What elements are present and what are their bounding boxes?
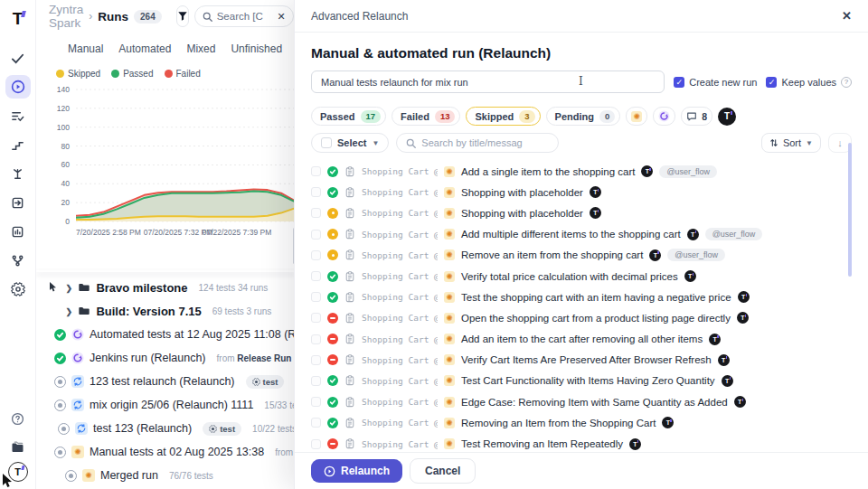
breadcrumb-page[interactable]: Runs	[98, 10, 128, 24]
row-checkbox[interactable]	[311, 418, 321, 428]
runs-icon[interactable]	[5, 75, 31, 99]
row-checkbox[interactable]	[311, 187, 321, 197]
run-row[interactable]: ✺Merged run76/76 tests	[36, 464, 297, 487]
row-checkbox[interactable]	[311, 208, 321, 218]
test-row[interactable]: Shopping Cart @...✺Test the shopping car…	[311, 287, 852, 307]
automated-filter-button[interactable]	[653, 107, 675, 126]
test-title[interactable]: Test the shopping cart with an item havi…	[461, 292, 731, 303]
reports-icon[interactable]	[5, 220, 31, 243]
milestone-row[interactable]: ❯Bravo milestone124 tests 34 runs	[36, 276, 297, 299]
run-row[interactable]: Automated tests at 12 Aug 2025 11:08 (Re…	[36, 323, 297, 346]
projects-icon[interactable]	[5, 436, 31, 459]
manual-filter-button[interactable]: ✺	[626, 107, 647, 126]
chevron-right-icon[interactable]: ❯	[65, 283, 72, 292]
filter-passed[interactable]: Passed17	[311, 107, 386, 126]
test-row[interactable]: Shopping Cart @...✺Edge Case: Removing I…	[311, 391, 852, 412]
cancel-button[interactable]: Cancel	[410, 458, 476, 484]
run-name-input[interactable]: Manual tests relaunch for mix run I	[311, 71, 665, 93]
test-title[interactable]: Add a single item to the shopping cart	[461, 166, 635, 177]
row-checkbox[interactable]	[311, 376, 321, 386]
row-checkbox[interactable]	[311, 355, 321, 365]
test-row[interactable]: Shopping Cart @...✺Shopping with placeho…	[311, 202, 852, 223]
chevron-right-icon[interactable]: ❯	[65, 306, 72, 315]
test-title[interactable]: Add an item to the cart after removing a…	[461, 334, 703, 344]
plans-icon[interactable]	[5, 104, 31, 127]
branches-icon[interactable]	[5, 249, 31, 272]
test-title[interactable]: Remove an item from the shopping cart	[461, 249, 643, 260]
test-row[interactable]: Shopping Cart @...✺Add multiple differen…	[311, 224, 852, 245]
tab-manual[interactable]: Manual	[68, 42, 103, 55]
test-row[interactable]: Shopping Cart @...✺Verify Cart Items Are…	[311, 350, 852, 371]
row-checkbox[interactable]	[311, 250, 321, 260]
test-title[interactable]: Verify Cart Items Are Preserved After Br…	[461, 354, 712, 365]
assignee-avatar[interactable]: T	[718, 108, 736, 126]
row-checkbox[interactable]	[311, 439, 321, 449]
row-checkbox[interactable]	[311, 166, 321, 176]
test-row[interactable]: Shopping Cart @...✺Removing an Item from…	[311, 412, 852, 433]
test-row[interactable]: Shopping Cart @...✺Remove an item from t…	[311, 245, 852, 266]
clear-search-icon[interactable]: ✕	[277, 11, 285, 23]
import-icon[interactable]	[5, 191, 31, 214]
close-icon[interactable]: ✕	[842, 9, 852, 23]
test-row[interactable]: Shopping Cart @...✺Add an item to the ca…	[311, 329, 852, 350]
tests-icon[interactable]	[5, 46, 31, 70]
help-icon[interactable]	[5, 407, 31, 430]
app-logo[interactable]: T	[13, 9, 24, 29]
settings-icon[interactable]	[5, 277, 31, 301]
tab-mixed[interactable]: Mixed	[186, 42, 215, 55]
test-title[interactable]: Add multiple different items to the shop…	[461, 229, 681, 240]
row-checkbox[interactable]	[311, 292, 321, 302]
runs-search-input[interactable]: Search [C ✕	[194, 5, 294, 27]
test-title[interactable]: Removing an Item from the Shopping Cart	[461, 418, 656, 428]
row-checkbox[interactable]	[311, 313, 321, 323]
test-row[interactable]: Shopping Cart @...✺Test Cart Functionali…	[311, 371, 852, 391]
milestone-row[interactable]: ❯Build: Version 7.1569 tests 3 runs	[36, 299, 297, 323]
test-title[interactable]: Edge Case: Removing Item with Same Quant…	[461, 397, 728, 408]
milestone-title[interactable]: Bravo milestone	[96, 281, 187, 295]
run-row[interactable]: Jenkins run (Relaunch)from Release Run 1…	[36, 346, 297, 370]
filter-failed[interactable]: Failed13	[392, 107, 460, 126]
breadcrumb-project[interactable]: Zyntra Spark	[49, 3, 83, 30]
test-row[interactable]: Shopping Cart @...✺Verify total price ca…	[311, 266, 852, 287]
test-title[interactable]: Test Cart Functionality with Items Havin…	[461, 375, 715, 386]
modal-scrollbar[interactable]	[848, 143, 852, 277]
test-title[interactable]: Verify total price calculation with deci…	[461, 271, 678, 282]
test-title[interactable]: Shopping with placeholder	[461, 208, 583, 219]
filter-pending[interactable]: Pending0	[546, 107, 621, 126]
run-title[interactable]: Manual tests at 02 Aug 2025 13:38	[90, 446, 264, 458]
run-title[interactable]: Jenkins run (Relaunch)	[90, 352, 206, 364]
test-title[interactable]: Test Removing an Item Repeatedly	[461, 438, 623, 449]
run-title[interactable]: test 123 (Relaunch)	[93, 422, 192, 435]
tab-automated[interactable]: Automated	[118, 42, 171, 55]
run-title[interactable]: mix origin 25/06 (Relaunch) 1111	[90, 399, 253, 411]
flaky-icon[interactable]	[5, 162, 31, 185]
keep-values-checkbox[interactable]: ✓ Keep values ?	[766, 77, 852, 88]
row-checkbox[interactable]	[311, 271, 321, 281]
create-new-run-checkbox[interactable]: ✓ Create new run	[674, 77, 757, 88]
run-title[interactable]: 123 test relaunch (Relaunch)	[90, 375, 235, 388]
sort-button[interactable]: Sort ▼	[761, 133, 821, 153]
row-checkbox[interactable]	[311, 230, 321, 240]
relaunch-button[interactable]: Relaunch	[311, 459, 402, 483]
steps-icon[interactable]	[5, 133, 31, 156]
test-row[interactable]: Shopping Cart @...✺Shopping with placeho…	[311, 182, 852, 202]
filter-skipped[interactable]: Skipped3	[466, 107, 540, 126]
select-dropdown[interactable]: Select ▼	[311, 133, 389, 153]
tab-unfinished[interactable]: Unfinished	[231, 42, 282, 55]
help-circle-icon[interactable]: ?	[841, 77, 852, 88]
test-title[interactable]: Shopping with placeholder	[461, 187, 583, 198]
tests-search-input[interactable]: Search by title/messag	[396, 133, 559, 153]
comments-button[interactable]: 8	[681, 107, 712, 126]
test-row[interactable]: Shopping Cart @...✺Open the shopping car…	[311, 307, 852, 328]
run-title[interactable]: Merged run	[100, 469, 158, 482]
run-row[interactable]: test 123 (Relaunch)test10/22 tests	[36, 417, 297, 440]
run-title[interactable]: Automated tests at 12 Aug 2025 11:08 (Re…	[90, 328, 297, 341]
filter-button[interactable]	[176, 5, 189, 27]
row-checkbox[interactable]	[311, 397, 321, 407]
run-row[interactable]: 123 test relaunch (Relaunch)test15/23 te…	[36, 370, 297, 393]
run-row[interactable]: ✺Manual tests at 02 Aug 2025 13:38from C…	[36, 440, 297, 464]
test-title[interactable]: Open the shopping cart from a product li…	[461, 313, 731, 324]
test-row[interactable]: Shopping Cart @...✺Add a single item to …	[311, 161, 852, 182]
milestone-title[interactable]: Build: Version 7.15	[96, 305, 201, 318]
run-row[interactable]: mix origin 25/06 (Relaunch) 111115/33 te…	[36, 393, 297, 417]
